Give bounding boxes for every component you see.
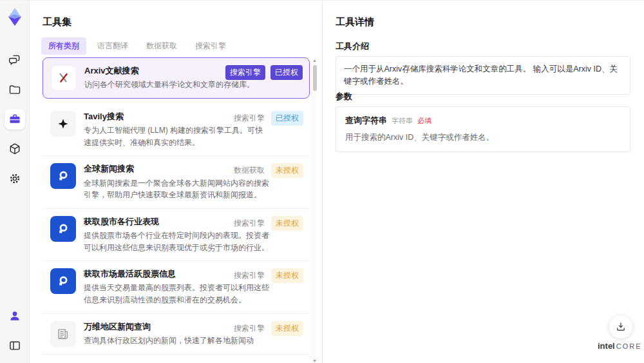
sidebar-item-models[interactable] [5,139,25,159]
download-icon [615,321,627,333]
category-badge: 搜索引擎 [232,268,266,283]
tool-description: 访问各个研究领域大量科学论文和文章的存储库。 [84,79,270,91]
tab-search-engine[interactable]: 搜索引擎 [188,37,233,55]
tool-card-global-news[interactable]: 全球新闻搜索 全球新闻搜索是一个聚合全球各大新闻网站内容的搜索引擎，帮助用户快速… [43,156,310,208]
sidebar-item-chat[interactable] [5,50,25,70]
tool-intro-text: 一个用于从Arxiv存储库搜索科学论文和文章的工具。 输入可以是Arxiv ID… [336,56,630,95]
category-badge: 搜索引擎 [232,321,266,336]
toolbox-icon [8,113,21,126]
app-window: 工具集 所有类别 语言翻译 数据获取 搜索引擎 Arxiv文献搜索 访问各个研究… [0,0,644,363]
list-scrollbar[interactable]: ▲ ▼ [312,57,317,363]
auth-status-badge: 已授权 [271,111,303,126]
category-badge: 搜索引擎 [232,216,266,231]
folder-icon [8,83,21,96]
sidebar-item-tools[interactable] [5,109,25,130]
scroll-down-icon[interactable]: ▼ [312,358,317,363]
auth-status-badge: 未授权 [271,216,303,231]
tool-description: 专为人工智能代理 (LLM) 构建的搜索引擎工具。可快速提供实时、准确和真实的结… [84,124,269,148]
sidebar-item-files[interactable] [5,79,25,100]
intro-heading: 工具介绍 [336,41,369,52]
category-tabs: 所有类别 语言翻译 数据获取 搜索引擎 [41,37,233,55]
news-search-icon [50,216,76,242]
details-title: 工具详情 [336,16,374,28]
category-badge: 搜索引擎 [232,111,266,126]
tool-description: 提供股票市场各个行业在特定时间段内的表现。投资者可以利用这些信息来识别表现优于或… [84,230,269,253]
tool-list-panel: 工具集 所有类别 语言翻译 数据获取 搜索引擎 Arxiv文献搜索 访问各个研究… [30,1,322,363]
page-title: 工具集 [43,16,71,28]
auth-status-badge: 已授权 [270,65,303,80]
gear-icon [8,172,21,185]
parameter-name: 查询字符串 [345,115,387,126]
tool-details-panel: 工具详情 工具介绍 一个用于从Arxiv存储库搜索科学论文和文章的工具。 输入可… [322,1,644,363]
intel-core-logo: intelcore [598,340,639,351]
news-search-icon [50,163,76,189]
tool-card-most-active-stocks[interactable]: 获取市场最活跃股票信息 提供当天交易量最高的股票列表。投资者可以利用这些信息来识… [43,261,310,313]
left-rail [0,1,30,363]
auth-status-badge: 未授权 [271,163,303,178]
cube-icon [8,142,21,155]
brand-intel-text: intel [598,341,615,351]
newspaper-icon [50,321,76,347]
brand-core-text: core [616,342,642,350]
tool-card-tavily[interactable]: Tavily搜索 专为人工智能代理 (LLM) 构建的搜索引擎工具。可快速提供实… [43,104,310,156]
scrollbar-thumb[interactable] [313,65,317,91]
tavily-star-icon [50,111,76,137]
panel-toggle-icon [8,339,21,352]
sidebar-item-settings[interactable] [5,168,25,189]
tool-description: 提供当天交易量最高的股票列表。投资者可以利用这些信息来识别流动性强的股票和潜在的… [84,282,269,306]
params-heading: 参数 [336,91,352,103]
tool-card-regional-news[interactable]: 万维地区新闻查询 查询具体行政区划内的新闻，快速了解各地新闻动 搜索引擎 未授权 [43,314,310,355]
category-badge: 数据获取 [232,163,266,178]
parameter-item: 查询字符串 字符串 必填 用于搜索的Arxiv ID、关键字或作者姓名。 [336,106,630,152]
category-badge: 搜索引擎 [225,65,265,80]
parameter-required-badge: 必填 [417,116,431,126]
tool-list: Arxiv文献搜索 访问各个研究领域大量科学论文和文章的存储库。 搜索引擎 已授… [43,57,310,363]
tab-language-translation[interactable]: 语言翻译 [90,37,135,55]
scroll-up-icon[interactable]: ▲ [312,57,317,63]
auth-status-badge: 未授权 [271,321,303,336]
auth-status-badge: 未授权 [271,268,303,283]
app-logo-icon [4,6,26,28]
sidebar-item-account[interactable] [5,306,25,326]
sidebar-item-collapse[interactable] [5,335,25,356]
parameter-type: 字符串 [392,116,413,126]
arxiv-logo-icon [51,65,77,91]
tool-description: 查询具体行政区划内的新闻，快速了解各地新闻动 [84,335,269,347]
tool-card-arxiv[interactable]: Arxiv文献搜索 访问各个研究领域大量科学论文和文章的存储库。 搜索引擎 已授… [43,57,310,99]
chat-icon [8,54,21,66]
download-button[interactable] [609,315,632,338]
user-avatar-icon [8,309,21,322]
tool-description: 全球新闻搜索是一个聚合全球各大新闻网站内容的搜索引擎，帮助用户快速获取全球最新资… [84,177,269,201]
tab-data-fetch[interactable]: 数据获取 [139,37,184,55]
tool-card-sector-performance[interactable]: 获取股市各行业表现 提供股票市场各个行业在特定时间段内的表现。投资者可以利用这些… [43,209,310,261]
parameter-description: 用于搜索的Arxiv ID、关键字或作者姓名。 [345,132,621,144]
tab-all-categories[interactable]: 所有类别 [41,37,86,55]
news-search-icon [50,268,76,294]
